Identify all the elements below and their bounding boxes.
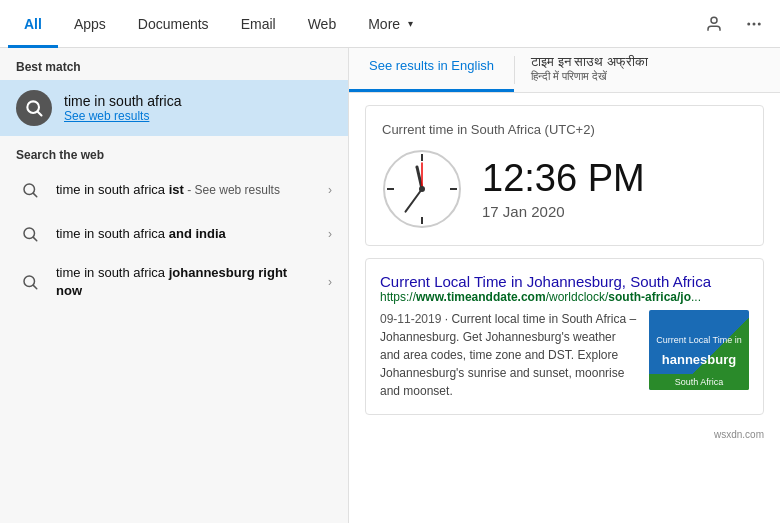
- left-panel: Best match time in south africa See web …: [0, 48, 348, 523]
- chevron-icon-1: ›: [328, 183, 332, 197]
- ellipsis-icon-btn[interactable]: [736, 6, 772, 42]
- suggestion-icon-1: [16, 176, 44, 204]
- clock-body: 12:36 PM 17 Jan 2020: [382, 149, 747, 229]
- search-icon-small-2: [21, 225, 39, 243]
- web-result-title[interactable]: Current Local Time in Johannesburg, Sout…: [380, 273, 749, 290]
- clock-time: 12:36 PM: [482, 159, 645, 197]
- nav-tab-web[interactable]: Web: [292, 0, 353, 48]
- suggestion-item-2[interactable]: time in south africa and india ›: [0, 212, 348, 256]
- right-tabs: See results in English टाइम इन साउथ अफ्र…: [349, 48, 780, 93]
- suggestion-text-3: time in south africa johannesburg right …: [56, 264, 316, 300]
- search-icon-small-3: [21, 273, 39, 291]
- nav-tab-documents[interactable]: Documents: [122, 0, 225, 48]
- web-result-url: https://www.timeanddate.com/worldclock/s…: [380, 290, 749, 304]
- svg-line-5: [38, 112, 42, 116]
- thumb-country: South Africa: [649, 374, 749, 390]
- best-match-text: time in south africa See web results: [64, 93, 182, 123]
- clock-title: Current time in South Africa (UTC+2): [382, 122, 747, 137]
- suggestion-icon-2: [16, 220, 44, 248]
- analog-clock: [382, 149, 462, 229]
- ellipsis-icon: [745, 15, 763, 33]
- suggestion-text-1: time in south africa ist - See web resul…: [56, 181, 316, 199]
- nav-tab-more[interactable]: More ▾: [352, 0, 429, 48]
- web-result: Current Local Time in Johannesburg, Sout…: [365, 258, 764, 415]
- svg-line-11: [33, 286, 36, 289]
- svg-point-3: [758, 22, 761, 25]
- best-match-title: time in south africa: [64, 93, 182, 109]
- thumb-city: hannesburg: [658, 350, 740, 369]
- suggestion-icon-3: [16, 268, 44, 296]
- nav-tab-all[interactable]: All: [8, 0, 58, 48]
- nav-tab-apps[interactable]: Apps: [58, 0, 122, 48]
- clock-date: 17 Jan 2020: [482, 203, 645, 220]
- svg-point-0: [711, 17, 717, 23]
- chevron-icon-3: ›: [328, 275, 332, 289]
- svg-line-7: [33, 193, 36, 196]
- right-panel: See results in English टाइम इन साउथ अफ्र…: [348, 48, 780, 523]
- search-icon: [24, 98, 44, 118]
- tab-hindi[interactable]: टाइम इन साउथ अफ्रीका हिन्दी में परिणाम द…: [515, 48, 664, 92]
- search-web-label: Search the web: [0, 136, 348, 168]
- search-icon-small-1: [21, 181, 39, 199]
- best-match-label: Best match: [0, 48, 348, 80]
- person-icon: [705, 15, 723, 33]
- clock-widget: Current time in South Africa (UTC+2): [365, 105, 764, 246]
- suggestion-item-3[interactable]: time in south africa johannesburg right …: [0, 256, 348, 308]
- chevron-icon-2: ›: [328, 227, 332, 241]
- tab-hindi-title: टाइम इन साउथ अफ्रीका: [531, 54, 648, 70]
- clock-info: 12:36 PM 17 Jan 2020: [482, 159, 645, 220]
- svg-line-9: [33, 237, 36, 240]
- tab-english[interactable]: See results in English: [349, 48, 514, 92]
- wsxdn-badge: wsxdn.com: [349, 427, 780, 444]
- best-match-item[interactable]: time in south africa See web results: [0, 80, 348, 136]
- nav-icons: [696, 6, 772, 42]
- best-match-subtitle[interactable]: See web results: [64, 109, 182, 123]
- suggestion-item-1[interactable]: time in south africa ist - See web resul…: [0, 168, 348, 212]
- tab-hindi-subtitle: हिन्दी में परिणाम देखें: [531, 70, 648, 83]
- chevron-down-icon: ▾: [408, 18, 413, 29]
- person-icon-btn[interactable]: [696, 6, 732, 42]
- suggestion-text-2: time in south africa and india: [56, 225, 316, 243]
- web-result-thumbnail: Current Local Time in hannesburg South A…: [649, 310, 749, 390]
- svg-point-2: [753, 22, 756, 25]
- nav-tab-email[interactable]: Email: [225, 0, 292, 48]
- web-result-body: 09-11-2019 · Current local time in South…: [380, 310, 749, 400]
- top-nav: All Apps Documents Email Web More ▾: [0, 0, 780, 48]
- web-result-description: 09-11-2019 · Current local time in South…: [380, 310, 637, 400]
- thumb-text-top: Current Local Time in: [652, 331, 746, 351]
- svg-point-20: [419, 186, 425, 192]
- main-content: Best match time in south africa See web …: [0, 48, 780, 523]
- svg-point-1: [747, 22, 750, 25]
- search-circle-icon: [16, 90, 52, 126]
